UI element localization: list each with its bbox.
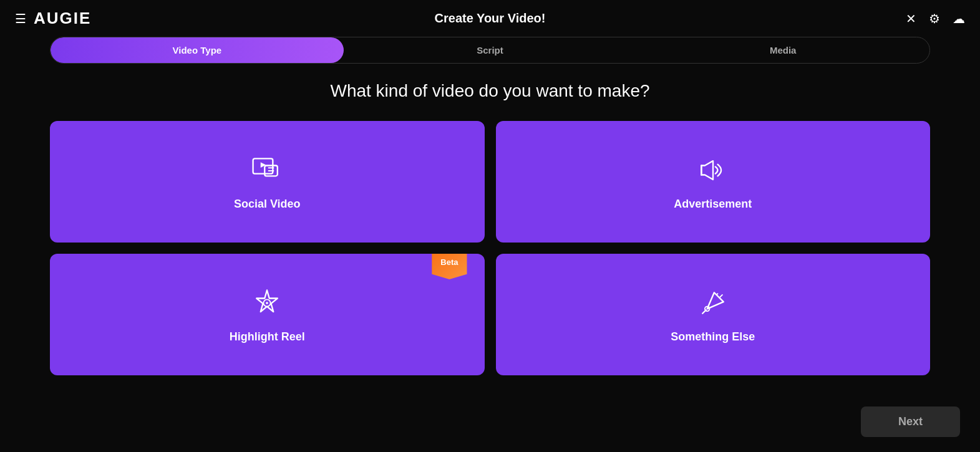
something-else-icon [696,286,730,320]
tab-media[interactable]: Media [636,37,929,63]
advertisement-icon [696,153,730,188]
progress-tabs: Video Type Script Media [50,37,930,64]
card-highlight-reel[interactable]: Beta Highlight Reel [50,254,485,375]
card-advertisement[interactable]: Advertisement [496,121,931,243]
tab-script[interactable]: Script [344,37,637,63]
svg-point-5 [266,302,268,304]
card-social-video[interactable]: Social Video [50,121,485,243]
svg-line-9 [720,295,722,297]
svg-line-7 [702,310,706,314]
top-bar-right: ✕ ⚙ ☁ [906,12,965,25]
close-icon[interactable]: ✕ [906,12,916,25]
highlight-reel-icon [250,286,284,320]
gear-icon[interactable]: ⚙ [929,12,940,25]
top-bar: ☰ AUGiE Create Your Video! ✕ ⚙ ☁ [0,0,980,37]
social-video-label: Social Video [234,198,301,211]
tab-video-type[interactable]: Video Type [51,37,344,63]
top-bar-left: ☰ AUGiE [15,9,91,28]
highlight-reel-label: Highlight Reel [230,330,305,344]
something-else-label: Something Else [671,330,755,344]
beta-badge: Beta [432,254,467,279]
app-logo: AUGiE [34,9,91,28]
hamburger-menu-icon[interactable]: ☰ [15,12,26,25]
upload-icon[interactable]: ☁ [953,12,965,25]
svg-line-8 [716,294,717,295]
bottom-bar: Next [861,406,960,437]
social-video-icon [250,153,284,188]
next-button[interactable]: Next [861,406,960,437]
page-title: Create Your Video! [435,11,546,26]
card-something-else[interactable]: Something Else [496,254,931,375]
video-type-grid: Social Video Advertisement Beta Highligh… [50,121,930,375]
advertisement-label: Advertisement [674,198,752,211]
page-content: Video Type Script Media What kind of vid… [0,37,980,375]
page-question: What kind of video do you want to make? [50,81,930,101]
